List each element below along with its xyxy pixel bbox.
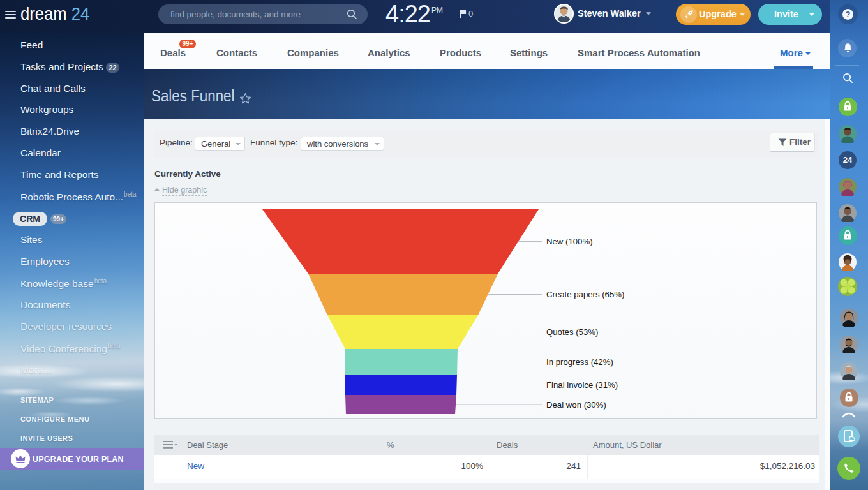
svg-text:Deal won (30%): Deal won (30%) [546,400,606,410]
svg-text:Quotes (53%): Quotes (53%) [546,327,598,337]
svg-text:Final invoice (31%): Final invoice (31%) [546,380,618,390]
svg-text:New (100%): New (100%) [546,237,593,246]
svg-text:Create papers (65%): Create papers (65%) [546,290,624,299]
svg-text:In progress (42%): In progress (42%) [546,357,613,367]
